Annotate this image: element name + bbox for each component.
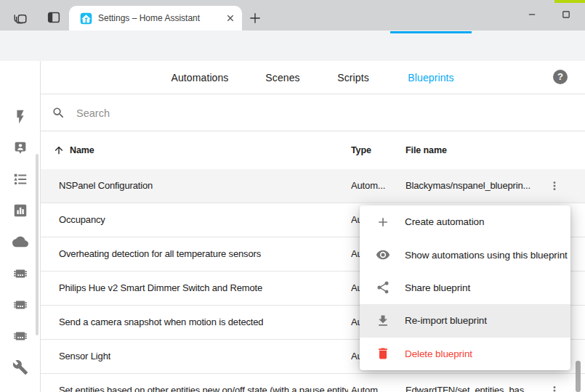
menu-item-label: Show automations using this blueprint	[405, 250, 568, 261]
tab-title: Settings – Home Assistant	[98, 6, 218, 30]
close-icon	[222, 10, 238, 26]
page-scrollbar[interactable]	[576, 361, 581, 392]
tab-scripts[interactable]: Scripts	[337, 61, 369, 94]
todo-list-icon	[12, 171, 28, 187]
browser-toolbar: Not secure homeassistant.local:8123/... …	[0, 30, 585, 61]
blueprint-context-menu: Create automation Show automations using…	[360, 205, 570, 370]
download-icon	[376, 314, 390, 328]
table-row[interactable]: NSPanel Configuration Autom... Blackymas…	[41, 169, 585, 203]
row-overflow-button[interactable]	[548, 384, 561, 392]
menu-item-create-automation[interactable]: Create automation	[360, 205, 570, 238]
vertical-tabs-icon	[46, 9, 62, 25]
table-row[interactable]: Set entities based on other entities new…	[41, 374, 585, 392]
trash-icon	[376, 346, 390, 361]
tab-automations[interactable]: Automations	[172, 61, 229, 94]
eye-icon	[376, 248, 390, 262]
screen-edge-strip	[554, 0, 585, 3]
table-header: Name Type File name	[41, 131, 585, 169]
row-name: NSPanel Configuration	[59, 169, 153, 203]
vertical-tabs-button[interactable]	[46, 9, 63, 27]
wrench-icon	[12, 359, 28, 375]
share-icon	[376, 280, 390, 295]
column-header-name[interactable]: Name	[70, 131, 94, 169]
menu-item-show-automations[interactable]: Show automations using this blueprint	[360, 238, 570, 271]
sidebar-item-person[interactable]	[12, 140, 28, 156]
row-name: Sensor Light	[59, 340, 110, 373]
row-type: Autom...	[351, 169, 385, 203]
sidebar-scrollbar[interactable]	[36, 154, 39, 335]
menu-item-label: Delete blueprint	[405, 348, 472, 359]
chip-icon	[12, 297, 28, 313]
plus-icon	[376, 215, 390, 229]
row-name: Philips Hue v2 Smart Dimmer Switch and R…	[59, 271, 262, 305]
tab-close-button[interactable]	[222, 10, 238, 26]
search-row	[41, 94, 585, 131]
menu-item-label: Create automation	[405, 216, 484, 227]
sidebar-item-chip-1[interactable]	[12, 266, 28, 282]
plus-icon	[248, 11, 262, 25]
cloud-icon	[12, 234, 28, 250]
minimize-icon	[525, 7, 539, 22]
chip-icon	[12, 266, 28, 282]
minimize-button[interactable]	[525, 7, 539, 22]
new-tab-button[interactable]	[248, 11, 262, 25]
sidebar-item-chip-2[interactable]	[12, 297, 28, 313]
browser-window: Settings – Home Assistant	[0, 0, 585, 392]
sidebar-item-energy[interactable]	[12, 109, 28, 125]
chip-icon	[12, 328, 28, 344]
home-assistant-favicon	[80, 12, 92, 25]
row-overflow-button[interactable]	[548, 179, 561, 192]
search-icon	[52, 106, 65, 120]
sidebar-item-lists[interactable]	[12, 171, 28, 187]
sidebar-item-history[interactable]	[12, 203, 28, 219]
kebab-menu-icon	[548, 384, 561, 392]
row-name: Send a camera snapshot when motion is de…	[59, 306, 263, 339]
row-type: Autom...	[351, 374, 385, 392]
maximize-icon	[559, 7, 573, 22]
menu-item-label: Re-import blueprint	[405, 315, 487, 326]
column-header-type[interactable]: Type	[351, 131, 371, 169]
search-input[interactable]	[75, 100, 514, 126]
browser-tab[interactable]: Settings – Home Assistant	[69, 6, 242, 30]
help-button[interactable]: ?	[553, 70, 568, 84]
history-chart-icon	[12, 203, 28, 219]
row-name: Overheating detection for all temperatur…	[59, 237, 261, 271]
tab-scenes[interactable]: Scenes	[265, 61, 299, 94]
menu-item-label: Share blueprint	[405, 282, 470, 293]
person-badge-icon	[12, 140, 28, 156]
menu-item-reimport-blueprint[interactable]: Re-import blueprint	[360, 304, 570, 337]
ha-sidebar	[0, 61, 41, 392]
kebab-menu-icon	[548, 179, 561, 192]
column-header-file[interactable]: File name	[406, 131, 447, 169]
ha-header: Automations Scenes Scripts Blueprints	[0, 61, 585, 94]
browser-tab-bar: Settings – Home Assistant	[0, 0, 585, 30]
sidebar-item-tools[interactable]	[12, 359, 28, 375]
workspaces-icon	[12, 9, 28, 25]
menu-item-delete-blueprint[interactable]: Delete blueprint	[360, 338, 570, 370]
row-name: Occupancy	[59, 203, 105, 237]
active-tab-underline	[390, 31, 472, 33]
row-file: Blackymas/nspanel_blueprin...	[406, 169, 530, 203]
sidebar-item-cloud[interactable]	[12, 234, 28, 250]
menu-item-share-blueprint[interactable]: Share blueprint	[360, 271, 570, 304]
workspaces-button[interactable]	[12, 9, 30, 27]
maximize-button[interactable]	[559, 7, 573, 22]
sidebar-item-chip-3[interactable]	[12, 328, 28, 344]
row-file: EdwardTFN/set_entities_bas...	[406, 374, 531, 392]
energy-flash-icon	[12, 109, 28, 125]
tab-blueprints[interactable]: Blueprints	[408, 61, 453, 94]
row-name: Set entities based on other entities new…	[59, 374, 348, 392]
sort-ascending-icon[interactable]	[53, 144, 65, 156]
